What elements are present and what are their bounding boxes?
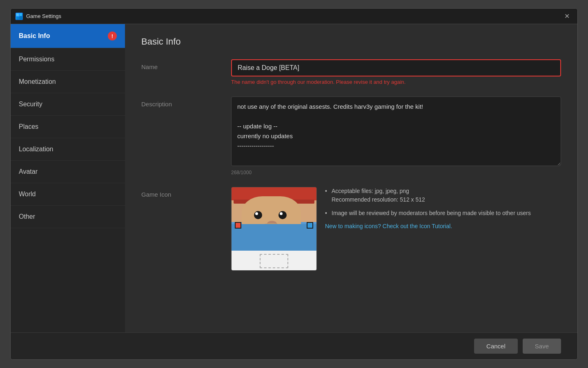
name-error-message: The name didn't go through our moderatio… — [231, 79, 561, 85]
sidebar-item-label: Places — [19, 123, 38, 130]
save-button[interactable]: Save — [523, 339, 561, 354]
sidebar-item-monetization[interactable]: Monetization — [11, 71, 125, 93]
svg-rect-0 — [16, 13, 19, 16]
game-icon-label: Game Icon — [141, 187, 231, 198]
sidebar-item-label: Localization — [19, 146, 53, 153]
sidebar: Basic Info ! Permissions Monetization Se… — [11, 24, 125, 332]
name-input[interactable] — [231, 59, 561, 76]
close-button[interactable]: ✕ — [561, 11, 572, 22]
icon-info-item-1: Acceptable files: jpg, jpeg, pngRecommen… — [325, 187, 561, 204]
icon-tutorial-link[interactable]: New to making icons? Check out the Icon … — [325, 223, 452, 229]
game-icon-row: Game Icon — [141, 187, 561, 271]
dashed-outline — [260, 254, 288, 268]
app-icon — [16, 13, 23, 20]
description-field-container: not use any of the original assests. Cre… — [231, 96, 561, 175]
sidebar-item-basic-info[interactable]: Basic Info ! — [11, 24, 125, 48]
icon-info: Acceptable files: jpg, jpeg, pngRecommen… — [325, 187, 561, 230]
game-icon-preview[interactable] — [231, 187, 317, 271]
name-label: Name — [141, 59, 231, 70]
name-field-container: The name didn't go through our moderatio… — [231, 59, 561, 85]
sidebar-item-security[interactable]: Security — [11, 93, 125, 116]
game-icon-container: Acceptable files: jpg, jpeg, pngRecommen… — [231, 187, 561, 271]
bottom-bar: Cancel Save — [11, 332, 577, 359]
sidebar-item-label: Permissions — [19, 56, 54, 63]
svg-rect-3 — [20, 17, 22, 19]
description-row: Description not use any of the original … — [141, 96, 561, 175]
name-row: Name The name didn't go through our mode… — [141, 59, 561, 85]
sidebar-item-places[interactable]: Places — [11, 116, 125, 138]
sidebar-item-label: Basic Info — [19, 32, 50, 40]
content-panel: Basic Info Name The name didn't go throu… — [125, 24, 577, 332]
svg-rect-2 — [16, 17, 19, 19]
description-textarea[interactable]: not use any of the original assests. Cre… — [231, 96, 561, 166]
icon-drop-area[interactable] — [232, 251, 316, 271]
window-title: Game Settings — [26, 13, 561, 19]
cancel-button[interactable]: Cancel — [474, 339, 518, 354]
sidebar-item-avatar[interactable]: Avatar — [11, 161, 125, 183]
title-bar: Game Settings ✕ — [11, 9, 577, 24]
sidebar-item-permissions[interactable]: Permissions — [11, 48, 125, 71]
sidebar-item-localization[interactable]: Localization — [11, 138, 125, 161]
sidebar-item-label: Security — [19, 101, 42, 108]
char-count: 268/1000 — [231, 170, 561, 175]
error-badge: ! — [108, 31, 117, 40]
doge-image — [232, 187, 316, 251]
svg-rect-1 — [20, 13, 22, 16]
game-settings-window: Game Settings ✕ Basic Info ! Permissions… — [10, 8, 578, 360]
sidebar-item-label: Avatar — [19, 168, 38, 175]
page-title: Basic Info — [141, 36, 561, 47]
main-content: Basic Info ! Permissions Monetization Se… — [11, 24, 577, 332]
sidebar-item-label: World — [19, 191, 36, 198]
sidebar-item-other[interactable]: Other — [11, 206, 125, 228]
description-label: Description — [141, 96, 231, 108]
icon-section: Acceptable files: jpg, jpeg, pngRecommen… — [231, 187, 561, 271]
sidebar-item-label: Monetization — [19, 78, 56, 85]
icon-info-item-2: Image will be reviewed by moderators bef… — [325, 209, 561, 218]
sidebar-item-label: Other — [19, 213, 35, 220]
sidebar-item-world[interactable]: World — [11, 183, 125, 206]
